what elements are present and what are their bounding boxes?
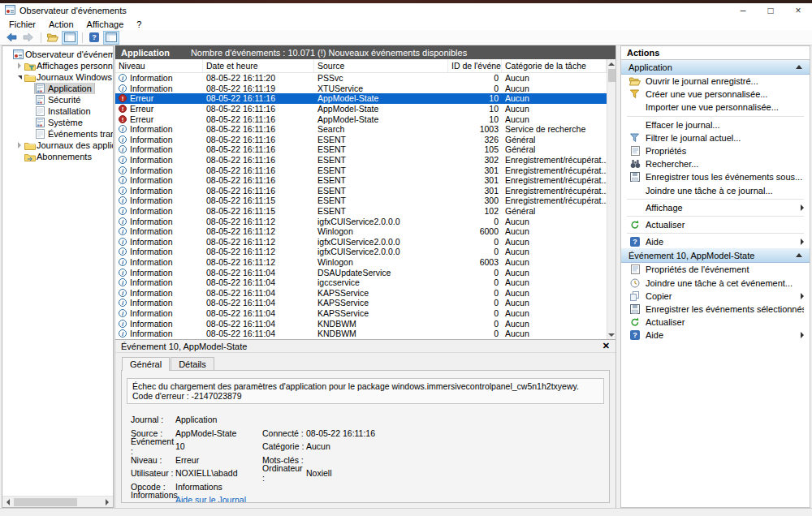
tab-gnral[interactable]: Général xyxy=(122,357,170,371)
event-row[interactable]: !Erreur08-05-22 16:11:16AppModel-State10… xyxy=(115,93,607,104)
tree-item[interactable]: Abonnements xyxy=(2,151,113,162)
event-row[interactable]: iInformation08-05-22 16:11:04KAPSService… xyxy=(115,308,607,319)
action-item[interactable]: Propriétés de l'événement xyxy=(621,263,810,276)
close-button[interactable]: × xyxy=(784,3,812,18)
back-icon[interactable] xyxy=(3,31,19,45)
tree-item[interactable]: Observateur d'événements (Loc xyxy=(2,49,113,60)
tree-item[interactable]: Journaux des applications et xyxy=(2,140,113,151)
action-item[interactable]: Enregistrer les événements sélectionnés.… xyxy=(621,303,810,316)
action-item[interactable]: Propriétés xyxy=(621,144,810,157)
maximize-button[interactable]: □ xyxy=(757,3,784,18)
action-item[interactable]: Filtrer le journal actuel... xyxy=(621,131,810,144)
action-item[interactable]: Actualiser xyxy=(621,316,810,329)
action-item[interactable]: Importer une vue personnalisée... xyxy=(621,101,810,114)
field-label: Journal : xyxy=(131,415,175,424)
forward-icon[interactable] xyxy=(20,31,37,45)
action-pane-icon[interactable] xyxy=(103,31,119,45)
action-item[interactable]: Effacer le journal... xyxy=(621,118,810,131)
menu-item-action[interactable]: Action xyxy=(42,19,80,29)
field-label: Connecté : xyxy=(262,428,306,438)
scrollbar-thumb[interactable] xyxy=(608,69,615,82)
tree-item[interactable]: Journaux Windows xyxy=(2,71,113,83)
log-help-link[interactable]: Aide sur le Journal xyxy=(175,495,262,503)
column-header[interactable]: ID de l'événement xyxy=(448,59,502,72)
collapse-section-icon[interactable] xyxy=(796,253,802,257)
tab-dtails[interactable]: Détails xyxy=(171,357,214,371)
action-item[interactable]: Affichage xyxy=(621,201,810,214)
column-header[interactable]: Niveau xyxy=(115,59,203,72)
event-row[interactable]: iInformation08-05-22 16:11:12igfxCUIServ… xyxy=(115,216,607,226)
collapse-section-icon[interactable] xyxy=(796,65,802,69)
minimize-button[interactable]: – xyxy=(729,3,757,18)
close-preview-icon[interactable]: ✕ xyxy=(603,341,610,351)
column-header[interactable]: Catégorie de la tâche xyxy=(502,59,607,72)
tree-item[interactable]: Sécurité xyxy=(2,94,113,105)
collapse-arrow-icon[interactable] xyxy=(15,75,24,80)
event-row[interactable]: iInformation08-05-22 16:11:04igccservice… xyxy=(115,277,607,288)
actions-section-header[interactable]: Application xyxy=(621,60,810,75)
console-tree-icon[interactable] xyxy=(62,31,78,45)
scroll-right-icon[interactable] xyxy=(103,498,111,506)
action-item[interactable]: ?Aide xyxy=(621,235,810,248)
action-item[interactable]: Ouvrir le journal enregistré... xyxy=(621,75,810,88)
action-item[interactable]: Enregistrer tous les événements sous... xyxy=(621,170,810,183)
event-row[interactable]: iInformation08-05-22 16:11:16ESENT301Enr… xyxy=(115,165,607,175)
event-row[interactable]: !Erreur08-05-22 16:11:16AppModel-State10… xyxy=(115,114,607,124)
action-item[interactable]: Créer une vue personnalisée... xyxy=(621,88,810,101)
actions-section-header[interactable]: Événement 10, AppModel-State xyxy=(621,248,810,263)
menu-item-?[interactable]: ? xyxy=(130,19,148,29)
help-icon[interactable]: ? xyxy=(86,31,102,45)
event-row[interactable]: iInformation08-05-22 16:11:19XTUService0… xyxy=(115,84,607,94)
scroll-left-icon[interactable] xyxy=(4,498,12,506)
column-header[interactable]: Source xyxy=(314,59,448,72)
action-item[interactable]: Joindre une tâche à cet événement... xyxy=(621,276,810,289)
event-row[interactable]: iInformation08-05-22 16:11:04DSAUpdateSe… xyxy=(115,267,607,277)
event-row[interactable]: iInformation08-05-22 16:11:12igfxCUIServ… xyxy=(115,237,607,247)
event-row[interactable]: iInformation08-05-22 16:11:16ESENT301Enr… xyxy=(115,175,607,186)
action-item[interactable]: Actualiser xyxy=(621,218,810,231)
event-row[interactable]: iInformation08-05-22 16:11:15ESENT300Enr… xyxy=(115,196,607,206)
preview-header: Événement 10, AppModel-State ✕ xyxy=(115,340,615,353)
event-row[interactable]: iInformation08-05-22 16:11:16ESENT326Gén… xyxy=(115,135,607,145)
root-icon xyxy=(13,49,25,59)
event-row[interactable]: iInformation08-05-22 16:11:04KNDBWM0Aucu… xyxy=(115,329,607,339)
event-message[interactable]: Échec du chargement des paramètres d'app… xyxy=(127,378,604,404)
event-row[interactable]: iInformation08-05-22 16:11:04KNDBWM0Aucu… xyxy=(115,318,607,329)
event-field-row: Utilisateur :NOXIELL\abaddOrdinateur :No… xyxy=(127,467,604,480)
menu-item-fichier[interactable]: Fichier xyxy=(2,19,42,29)
menu-item-affichage[interactable]: Affichage xyxy=(80,19,131,29)
properties-icon xyxy=(628,264,641,275)
event-row[interactable]: iInformation08-05-22 16:11:16Search1003S… xyxy=(115,124,607,135)
scrollbar-thumb[interactable] xyxy=(14,498,77,506)
list-title-bar: Application Nombre d'événements : 10.071… xyxy=(115,45,615,59)
tree-horizontal-scrollbar[interactable] xyxy=(2,496,113,507)
scroll-up-icon[interactable] xyxy=(607,59,616,68)
action-item[interactable]: ?Aide xyxy=(621,329,810,342)
event-row[interactable]: iInformation08-05-22 16:11:20PSSvc0Aucun xyxy=(115,73,607,84)
tree-item[interactable]: Événements transférés xyxy=(2,128,113,140)
event-row[interactable]: iInformation08-05-22 16:11:16ESENT105Gén… xyxy=(115,144,607,155)
event-row[interactable]: !Erreur08-05-22 16:11:16AppModel-State10… xyxy=(115,104,607,114)
event-row[interactable]: iInformation08-05-22 16:11:16ESENT301Enr… xyxy=(115,186,607,196)
export-icon[interactable] xyxy=(45,31,61,45)
event-row[interactable]: iInformation08-05-22 16:11:12igfxCUIServ… xyxy=(115,247,607,257)
expand-arrow-icon[interactable] xyxy=(15,142,24,148)
action-item[interactable]: Joindre une tâche à ce journal... xyxy=(621,184,810,197)
list-vertical-scrollbar[interactable] xyxy=(607,59,615,339)
event-row[interactable]: iInformation08-05-22 16:11:16ESENT302Enr… xyxy=(115,155,607,166)
tree-item[interactable]: Installation xyxy=(2,105,113,117)
refresh-icon xyxy=(628,219,641,230)
event-row[interactable]: iInformation08-05-22 16:11:04KAPSService… xyxy=(115,298,607,308)
tree-item[interactable]: Affichages personnalisés xyxy=(2,60,113,71)
expand-arrow-icon[interactable] xyxy=(15,62,24,69)
tree-item[interactable]: Application xyxy=(2,83,113,94)
event-row[interactable]: iInformation08-05-22 16:11:15ESENT102Gén… xyxy=(115,206,607,217)
event-row[interactable]: iInformation08-05-22 16:11:04KAPSService… xyxy=(115,287,607,298)
event-row[interactable]: iInformation08-05-22 16:11:12Winlogon600… xyxy=(115,257,607,268)
column-header[interactable]: Date et heure xyxy=(203,59,314,72)
tree-item[interactable]: Système xyxy=(2,117,113,128)
action-item[interactable]: Copier xyxy=(621,290,810,303)
scroll-down-icon[interactable] xyxy=(607,330,616,339)
event-row[interactable]: iInformation08-05-22 16:11:12Winlogon600… xyxy=(115,226,607,237)
action-item[interactable]: Rechercher... xyxy=(621,157,810,170)
